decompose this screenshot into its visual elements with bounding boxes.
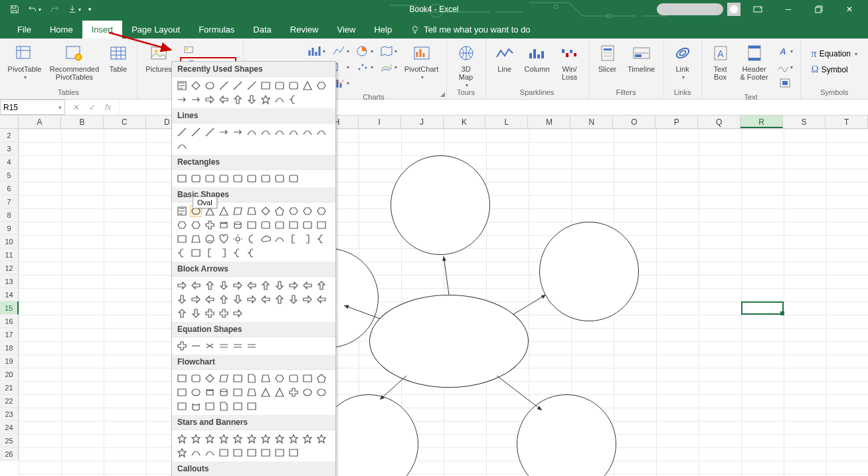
shape-item[interactable] bbox=[302, 205, 313, 217]
shape-item[interactable] bbox=[204, 307, 216, 319]
shape-item[interactable] bbox=[232, 173, 244, 185]
shape-item[interactable] bbox=[288, 372, 300, 384]
shape-item[interactable] bbox=[232, 433, 244, 445]
shape-item[interactable] bbox=[260, 233, 272, 245]
shape-item[interactable] bbox=[190, 80, 202, 92]
shape-item[interactable] bbox=[274, 205, 286, 217]
shape-item[interactable] bbox=[288, 233, 300, 245]
shape-item[interactable] bbox=[302, 80, 313, 92]
shape-item[interactable] bbox=[218, 293, 230, 305]
row-header-18[interactable]: 18 bbox=[0, 341, 19, 355]
fx-label[interactable]: fx bbox=[101, 103, 115, 112]
shape-item[interactable] bbox=[232, 126, 244, 138]
shape-item[interactable] bbox=[190, 372, 202, 384]
shape-item[interactable] bbox=[176, 80, 188, 92]
row-header-23[interactable]: 23 bbox=[0, 408, 19, 421]
col-header-R[interactable]: R bbox=[740, 116, 783, 128]
shape-item[interactable] bbox=[302, 126, 313, 138]
shape-item[interactable] bbox=[232, 94, 244, 106]
shape-item[interactable] bbox=[232, 340, 244, 352]
shape-item[interactable] bbox=[204, 173, 216, 185]
row-header-11[interactable]: 11 bbox=[0, 248, 19, 262]
tab-insert[interactable]: Insert bbox=[82, 21, 123, 39]
shape-item[interactable] bbox=[288, 386, 300, 398]
shape-item[interactable] bbox=[274, 219, 286, 231]
chart-column-button[interactable]: ▾ bbox=[308, 44, 325, 58]
tab-file[interactable]: File bbox=[8, 21, 41, 39]
col-header-M[interactable]: M bbox=[528, 116, 570, 128]
shape-item[interactable] bbox=[260, 173, 272, 185]
col-header-A[interactable]: A bbox=[19, 116, 61, 128]
shape-item[interactable] bbox=[232, 400, 244, 412]
shape-item[interactable] bbox=[176, 386, 188, 398]
shape-item[interactable] bbox=[315, 433, 327, 445]
shape-item[interactable] bbox=[176, 233, 188, 245]
row-header-14[interactable]: 14 bbox=[0, 288, 19, 301]
shape-item[interactable] bbox=[176, 279, 188, 291]
shape-item[interactable] bbox=[246, 400, 258, 412]
chart-surface-button[interactable]: ▾ bbox=[380, 60, 397, 74]
shape-item[interactable] bbox=[204, 279, 216, 291]
row-header-21[interactable]: 21 bbox=[0, 381, 19, 394]
shape-item[interactable] bbox=[315, 293, 327, 305]
shape-item[interactable] bbox=[190, 433, 202, 445]
shape-item[interactable] bbox=[274, 372, 286, 384]
qat-customize[interactable]: ▾ bbox=[85, 1, 94, 17]
shape-item[interactable] bbox=[190, 400, 202, 412]
shape-item[interactable] bbox=[232, 372, 244, 384]
shape-item[interactable] bbox=[302, 386, 313, 398]
equation-button[interactable]: πEquation▾ bbox=[808, 46, 861, 61]
shape-item[interactable] bbox=[274, 233, 286, 245]
ellipse-center[interactable] bbox=[369, 295, 529, 388]
shape-item[interactable] bbox=[246, 173, 258, 185]
shape-item[interactable] bbox=[288, 279, 300, 291]
shape-item[interactable] bbox=[232, 279, 244, 291]
shape-item[interactable] bbox=[190, 307, 202, 319]
shape-item[interactable] bbox=[274, 126, 286, 138]
shape-item[interactable] bbox=[190, 447, 202, 459]
shape-item[interactable] bbox=[232, 219, 244, 231]
col-header-O[interactable]: O bbox=[613, 116, 655, 128]
tab-view[interactable]: View bbox=[327, 21, 365, 39]
row-header-22[interactable]: 22 bbox=[0, 394, 19, 408]
tab-help[interactable]: Help bbox=[365, 21, 401, 39]
shape-item[interactable] bbox=[246, 372, 258, 384]
shape-item[interactable] bbox=[288, 94, 300, 106]
timeline-button[interactable]: Timeline bbox=[625, 41, 658, 73]
row-header-20[interactable]: 20 bbox=[0, 368, 19, 381]
shape-item[interactable] bbox=[315, 233, 327, 245]
shape-item[interactable] bbox=[232, 307, 244, 319]
shape-item[interactable] bbox=[274, 386, 286, 398]
shape-item[interactable] bbox=[204, 433, 216, 445]
row-header-25[interactable]: 25 bbox=[0, 434, 19, 447]
shape-item[interactable] bbox=[218, 126, 230, 138]
shape-item[interactable] bbox=[190, 233, 202, 245]
redo-button[interactable] bbox=[45, 1, 64, 17]
shape-item[interactable] bbox=[218, 173, 230, 185]
shape-item[interactable] bbox=[218, 279, 230, 291]
col-header-J[interactable]: J bbox=[401, 116, 444, 128]
shape-item[interactable] bbox=[246, 219, 258, 231]
shape-item[interactable] bbox=[246, 94, 258, 106]
shape-item[interactable] bbox=[204, 219, 216, 231]
sparkline-line-button[interactable]: Line bbox=[491, 41, 518, 73]
shape-item[interactable] bbox=[260, 94, 272, 106]
shape-item[interactable] bbox=[302, 293, 313, 305]
shape-item[interactable] bbox=[190, 293, 202, 305]
shape-item[interactable] bbox=[218, 247, 230, 259]
tab-review[interactable]: Review bbox=[281, 21, 328, 39]
tab-page-layout[interactable]: Page Layout bbox=[122, 21, 189, 39]
tab-formulas[interactable]: Formulas bbox=[189, 21, 244, 39]
shape-item[interactable] bbox=[204, 386, 216, 398]
shape-item[interactable] bbox=[218, 372, 230, 384]
slicer-button[interactable]: Slicer bbox=[594, 41, 621, 73]
shape-item[interactable] bbox=[274, 293, 286, 305]
shape-item[interactable] bbox=[288, 293, 300, 305]
shape-item[interactable] bbox=[218, 433, 230, 445]
shape-item[interactable] bbox=[204, 247, 216, 259]
shape-item[interactable] bbox=[260, 279, 272, 291]
shape-item[interactable] bbox=[315, 80, 327, 92]
shape-item[interactable] bbox=[204, 340, 216, 352]
shape-item[interactable] bbox=[176, 447, 188, 459]
shape-item[interactable] bbox=[246, 433, 258, 445]
